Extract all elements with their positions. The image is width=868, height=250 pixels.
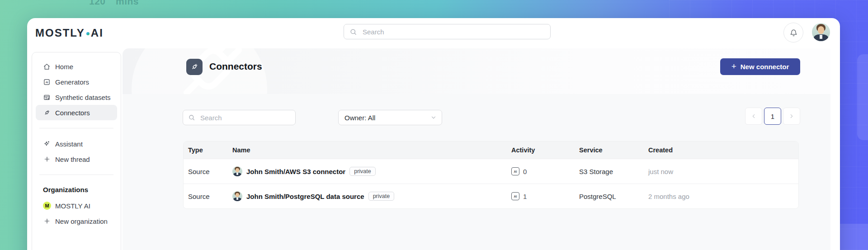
sidebar-item-label: MOSTLY AI [55, 202, 90, 210]
home-icon [43, 63, 51, 71]
chevron-right-icon [788, 113, 795, 119]
sidebar-item-new-thread[interactable]: New thread [36, 151, 117, 167]
search-icon [349, 28, 357, 36]
column-header-type: Type [188, 146, 232, 154]
sidebar-item-label: Connectors [55, 109, 90, 117]
column-header-created: Created [648, 146, 798, 154]
plug-icon [43, 109, 51, 117]
background-time-value: 120 [89, 0, 106, 7]
cell-name: John Smith/AWS S3 connector private [232, 166, 511, 176]
sidebar-item-generators[interactable]: AI Generators [36, 74, 117, 90]
visibility-badge: private [349, 167, 376, 176]
owner-avatar [232, 166, 242, 176]
ai-chip-icon: AI [511, 167, 519, 175]
pagination-prev-button[interactable] [745, 108, 762, 125]
brand-logo-text-left: MOSTLY [35, 27, 85, 39]
org-badge-icon: M [43, 202, 51, 210]
cell-created: 2 months ago [648, 193, 798, 200]
visibility-badge: private [368, 192, 395, 201]
cell-activity: AI 1 [511, 192, 579, 200]
column-header-service: Service [579, 146, 648, 154]
new-connector-button[interactable]: + New connector [720, 58, 800, 75]
cell-service: PostgreSQL [579, 193, 648, 200]
column-header-name: Name [232, 146, 511, 154]
sidebar-divider [39, 175, 113, 175]
content-area: Owner: All 1 Type Name Activity Service … [123, 94, 830, 250]
table-row[interactable]: Source John Smith/AWS S3 connector priva… [184, 159, 798, 184]
connector-search-input[interactable] [199, 113, 291, 122]
plug-icon [190, 62, 199, 71]
sidebar-item-label: Home [55, 63, 73, 71]
main-content: Connectors + New connector Owner: All [123, 48, 830, 250]
plus-icon [43, 156, 51, 163]
owner-filter-dropdown[interactable]: Owner: All [338, 110, 442, 125]
organizations-heading: Organizations [43, 186, 121, 193]
chevron-down-icon [430, 114, 437, 121]
sidebar-item-org-mostly-ai[interactable]: M MOSTLY AI [36, 198, 117, 213]
owner-avatar [232, 191, 242, 201]
plus-icon: + [731, 61, 736, 71]
global-search[interactable] [344, 24, 551, 39]
connectors-table: Type Name Activity Service Created Sourc… [183, 141, 799, 209]
cell-activity: AI 0 [511, 167, 579, 175]
plus-icon [43, 217, 51, 225]
ai-chip-icon: AI [511, 192, 519, 200]
page-header: Connectors + New connector [123, 48, 830, 94]
sidebar-item-label: Generators [55, 78, 89, 86]
user-avatar[interactable] [812, 23, 830, 41]
table-row[interactable]: Source John Smith/PostgreSQL data source… [184, 184, 798, 208]
activity-count: 0 [523, 168, 527, 175]
brand-dot-icon [86, 32, 90, 35]
connector-name: John Smith/PostgreSQL data source [246, 193, 364, 200]
cell-service: S3 Storage [579, 168, 648, 175]
sidebar-item-assistant[interactable]: Assistant [36, 136, 117, 151]
sidebar-item-label: Assistant [55, 140, 83, 148]
table-header-row: Type Name Activity Service Created [184, 142, 798, 159]
cell-type: Source [188, 168, 232, 175]
sidebar-item-new-organization[interactable]: New organization [36, 213, 117, 229]
chevron-left-icon [750, 113, 757, 119]
new-connector-button-label: New connector [741, 63, 789, 71]
bell-icon [789, 28, 798, 37]
cell-created: just now [648, 168, 798, 175]
background-time-unit: mins [116, 0, 139, 7]
background-shape [857, 54, 868, 140]
page-icon-tile [186, 59, 203, 75]
sidebar-divider [39, 128, 113, 128]
sidebar-item-label: New organization [55, 217, 108, 225]
sidebar-item-connectors[interactable]: Connectors [36, 105, 117, 120]
connector-name: John Smith/AWS S3 connector [246, 168, 345, 175]
dataset-table-icon [43, 94, 51, 101]
sidebar-item-label: Synthetic datasets [55, 94, 111, 101]
cell-name: John Smith/PostgreSQL data source privat… [232, 191, 511, 201]
sidebar: Home AI Generators Synthetic datasets Co… [32, 52, 121, 250]
sidebar-item-home[interactable]: Home [36, 59, 117, 74]
avatar-image [812, 23, 830, 41]
notifications-button[interactable] [783, 23, 803, 42]
page-title: Connectors [209, 61, 262, 72]
activity-count: 1 [523, 193, 527, 200]
sidebar-item-synthetic-datasets[interactable]: Synthetic datasets [36, 90, 117, 105]
brand-logo: MOSTLYAI [35, 26, 104, 40]
brand-logo-text-right: AI [91, 27, 104, 39]
svg-text:AI: AI [46, 80, 48, 83]
search-icon [188, 114, 195, 121]
global-search-input[interactable] [362, 28, 545, 36]
pagination-page-1[interactable]: 1 [764, 108, 781, 125]
ai-chip-icon: AI [43, 78, 51, 86]
connector-search[interactable] [183, 110, 296, 125]
column-header-activity: Activity [511, 146, 579, 154]
pagination-next-button[interactable] [783, 108, 800, 125]
owner-filter-value: Owner: All [344, 114, 375, 122]
sparkle-icon [43, 140, 51, 148]
app-window: MOSTLYAI Home AI Generators Synthetic da… [27, 18, 840, 250]
sidebar-item-label: New thread [55, 156, 90, 163]
cell-type: Source [188, 193, 232, 200]
